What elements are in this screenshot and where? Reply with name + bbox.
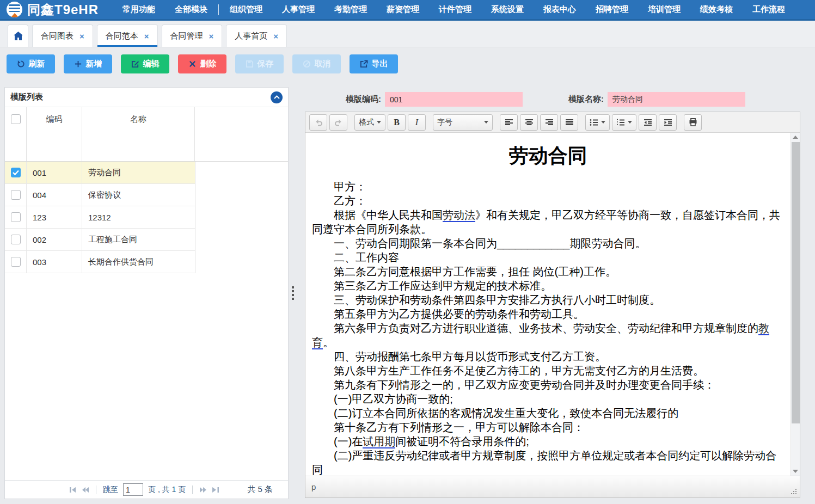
tab-label: 合同管理: [170, 31, 203, 41]
table-row[interactable]: 004保密协议: [5, 184, 195, 206]
save-button[interactable]: 保存: [235, 54, 284, 73]
bold-button[interactable]: B: [388, 114, 406, 131]
nav-items: 常用功能全部模块组织管理人事管理考勤管理薪资管理计件管理系统设置报表中心招聘管理…: [113, 4, 815, 15]
tab-close-icon[interactable]: ×: [144, 32, 149, 40]
total-count-label: 共 5 条: [247, 484, 273, 495]
table-row[interactable]: 12312312: [5, 206, 195, 229]
next-page-icon[interactable]: [199, 487, 207, 493]
row-checkbox[interactable]: [11, 168, 21, 177]
table-header: 编码 名称: [5, 107, 288, 162]
tab-home[interactable]: [8, 24, 28, 47]
brand: 同鑫T9eHR: [0, 1, 113, 19]
template-list-panel: 模版列表 编码 名称 001劳动合同004保密协议12312312002工程施工…: [4, 87, 289, 499]
nav-item[interactable]: 计件管理: [429, 4, 481, 15]
format-select[interactable]: 格式: [354, 114, 385, 131]
scroll-down-icon[interactable]: [791, 467, 800, 476]
tab[interactable]: 合同范本×: [97, 24, 158, 47]
table-row[interactable]: 002工程施工合同: [5, 229, 195, 251]
doc-paragraph: 三、劳动保护和劳动条件第四条甲方安排乙方执行八小时工时制度。: [312, 293, 784, 307]
export-button[interactable]: 导出: [350, 54, 398, 73]
nav-item[interactable]: 系统设置: [481, 4, 534, 15]
edit-button[interactable]: 编辑: [121, 54, 169, 73]
tab[interactable]: 合同管理×: [162, 24, 223, 47]
first-page-icon[interactable]: [69, 487, 77, 493]
font-size-select[interactable]: 字号: [433, 114, 493, 131]
select-all-checkbox[interactable]: [11, 114, 21, 124]
pager-divider: [96, 485, 96, 494]
align-justify-button[interactable]: [560, 114, 578, 131]
tab[interactable]: 人事首页×: [226, 24, 287, 47]
doc-paragraph: 第二条乙方同意根据甲方工作需要，担任 岗位(工种)工作。: [312, 265, 784, 279]
last-page-icon[interactable]: [212, 487, 219, 493]
nav-item[interactable]: 工作流程: [743, 4, 795, 15]
scroll-up-icon[interactable]: [791, 133, 800, 142]
nav-item[interactable]: 组织管理: [220, 4, 272, 15]
align-right-button[interactable]: [540, 114, 558, 131]
page-number-input[interactable]: [123, 483, 143, 496]
indent-button[interactable]: [659, 114, 677, 131]
doc-link[interactable]: 试用期: [363, 435, 395, 448]
doc-link[interactable]: 劳动法: [443, 209, 475, 222]
collapse-panel-button[interactable]: [271, 91, 283, 103]
delete-button[interactable]: 删除: [178, 54, 226, 73]
row-name-cell: 劳动合同: [82, 162, 195, 183]
doc-text: 第六条甲方负责对乙方进行职业道德、业务技术、劳动安全、劳动纪律和甲方规章制度的: [334, 322, 758, 334]
nav-item[interactable]: 人事管理: [272, 4, 324, 15]
panel-splitter[interactable]: [289, 87, 297, 499]
align-center-button[interactable]: [520, 114, 538, 131]
scrollbar-thumb[interactable]: [792, 142, 800, 423]
save-icon: [246, 60, 254, 68]
doc-paragraph: 一、劳动合同期限第一条本合同为____________期限劳动合同。: [312, 236, 784, 250]
template-name-field[interactable]: [608, 92, 745, 107]
table-row[interactable]: 003长期合作供货合同: [5, 251, 195, 273]
row-checkbox[interactable]: [11, 257, 21, 267]
template-form: 模版编码: 模版名称:: [305, 87, 792, 112]
nav-item[interactable]: 薪资管理: [377, 4, 429, 15]
tab-close-icon[interactable]: ×: [273, 32, 278, 40]
chevron-down-icon: [377, 121, 381, 124]
redo-button[interactable]: [329, 114, 347, 131]
nav-item[interactable]: 招聘管理: [586, 4, 638, 15]
document-canvas[interactable]: 劳动合同 甲方：乙方：根据《中华人民共和国劳动法》和有关规定，甲乙双方经平等协商…: [305, 133, 791, 476]
chevron-up-icon: [274, 95, 280, 99]
cancel-button[interactable]: 取消: [292, 54, 341, 73]
nav-item[interactable]: 常用功能: [113, 4, 165, 15]
row-checkbox[interactable]: [11, 212, 21, 222]
row-name-cell: 长期合作供货合同: [82, 251, 195, 273]
cancel-label: 取消: [315, 59, 331, 69]
undo-button[interactable]: [309, 114, 327, 131]
nav-item[interactable]: 全部模块: [165, 4, 217, 15]
doc-text: (一)甲乙双方协商一致的;: [334, 393, 453, 405]
nav-item[interactable]: 报表中心: [534, 4, 586, 15]
nav-item[interactable]: 考勤管理: [324, 4, 377, 15]
doc-text: 第九条有下列情形之一的，甲乙双方应变更劳动合同并及时办理变更合同手续：: [334, 379, 715, 391]
nav-item[interactable]: 培训管理: [638, 4, 690, 15]
jump-label: 跳至: [103, 485, 118, 495]
align-left-button[interactable]: [500, 114, 518, 131]
row-checkbox[interactable]: [11, 235, 21, 244]
template-name-label: 模版名称:: [568, 94, 604, 105]
bullet-list-button[interactable]: [585, 114, 610, 131]
table-row[interactable]: 001劳动合同: [5, 162, 195, 184]
splitter-handle-icon: [292, 286, 294, 300]
template-code-field[interactable]: [385, 92, 523, 107]
nav-item[interactable]: 绩效考核: [690, 4, 743, 15]
format-select-label: 格式: [359, 118, 374, 127]
tab-close-icon[interactable]: ×: [209, 32, 214, 40]
tab[interactable]: 合同图表×: [32, 24, 93, 47]
refresh-button[interactable]: 刷新: [7, 54, 55, 73]
outdent-button[interactable]: [639, 114, 657, 131]
doc-paragraph: 甲方：: [312, 180, 784, 194]
resize-grip-icon[interactable]: [790, 488, 797, 495]
add-button[interactable]: 新增: [64, 54, 112, 73]
editor-scrollbar[interactable]: [791, 133, 800, 476]
print-button[interactable]: [684, 114, 702, 131]
doc-text: 第三条乙方工作应达到甲方规定的技术标准。: [334, 280, 551, 292]
italic-button[interactable]: I: [408, 114, 426, 131]
prev-page-icon[interactable]: [82, 487, 89, 493]
numbered-list-button[interactable]: [612, 114, 636, 131]
document-title: 劳动合同: [312, 145, 784, 167]
row-checkbox[interactable]: [11, 190, 21, 200]
tab-close-icon[interactable]: ×: [79, 32, 84, 40]
chevron-down-icon: [628, 121, 632, 124]
